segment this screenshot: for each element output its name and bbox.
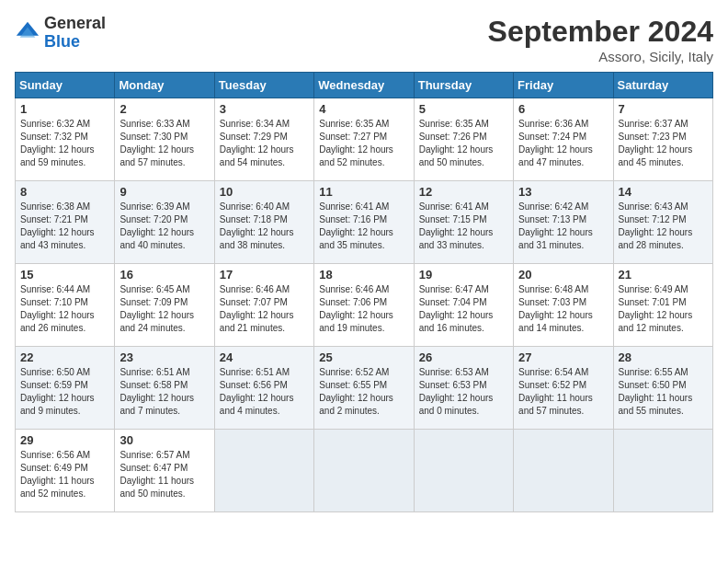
calendar-cell: 2 Sunrise: 6:33 AMSunset: 7:30 PMDayligh… [115, 98, 214, 181]
weekday-header-saturday: Saturday [613, 73, 712, 98]
day-number: 14 [619, 185, 708, 199]
calendar-cell: 30 Sunrise: 6:57 AMSunset: 6:47 PMDaylig… [115, 430, 214, 512]
calendar-cell: 4 Sunrise: 6:35 AMSunset: 7:27 PMDayligh… [314, 98, 414, 181]
day-info: Sunrise: 6:57 AMSunset: 6:47 PMDaylight:… [119, 450, 194, 499]
title-block: September 2024 Assoro, Sicily, Italy [488, 15, 713, 64]
calendar-cell: 1 Sunrise: 6:32 AMSunset: 7:32 PMDayligh… [16, 98, 115, 181]
day-info: Sunrise: 6:44 AMSunset: 7:10 PMDaylight:… [20, 284, 95, 333]
calendar-week-row: 22 Sunrise: 6:50 AMSunset: 6:59 PMDaylig… [16, 347, 713, 430]
calendar-cell: 16 Sunrise: 6:45 AMSunset: 7:09 PMDaylig… [115, 264, 214, 347]
logo-general: General [44, 14, 106, 32]
calendar-cell [414, 430, 513, 512]
day-number: 4 [319, 102, 408, 116]
day-number: 18 [319, 268, 408, 282]
calendar-cell: 3 Sunrise: 6:34 AMSunset: 7:29 PMDayligh… [214, 98, 313, 181]
day-number: 12 [419, 185, 508, 199]
day-number: 8 [20, 185, 109, 199]
calendar-cell [314, 430, 414, 512]
day-info: Sunrise: 6:35 AMSunset: 7:27 PMDaylight:… [319, 119, 393, 167]
calendar-cell: 26 Sunrise: 6:53 AMSunset: 6:53 PMDaylig… [414, 347, 513, 430]
calendar-week-row: 29 Sunrise: 6:56 AMSunset: 6:49 PMDaylig… [16, 430, 713, 512]
day-info: Sunrise: 6:52 AMSunset: 6:55 PMDaylight:… [319, 367, 393, 416]
weekday-header-thursday: Thursday [414, 73, 513, 98]
weekday-header-monday: Monday [115, 73, 214, 98]
calendar-cell: 22 Sunrise: 6:50 AMSunset: 6:59 PMDaylig… [16, 347, 115, 430]
calendar-week-row: 8 Sunrise: 6:38 AMSunset: 7:21 PMDayligh… [16, 181, 713, 264]
day-number: 5 [419, 102, 508, 116]
calendar-cell: 23 Sunrise: 6:51 AMSunset: 6:58 PMDaylig… [115, 347, 214, 430]
logo: General Blue [15, 15, 106, 52]
day-number: 19 [419, 268, 508, 282]
day-number: 26 [419, 350, 508, 364]
day-info: Sunrise: 6:49 AMSunset: 7:01 PMDaylight:… [619, 284, 693, 333]
calendar-cell: 19 Sunrise: 6:47 AMSunset: 7:04 PMDaylig… [414, 264, 513, 347]
page-header: General Blue September 2024 Assoro, Sici… [15, 15, 713, 64]
calendar-cell: 9 Sunrise: 6:39 AMSunset: 7:20 PMDayligh… [115, 181, 214, 264]
day-number: 11 [319, 185, 408, 199]
day-info: Sunrise: 6:50 AMSunset: 6:59 PMDaylight:… [20, 367, 95, 416]
day-number: 9 [119, 185, 209, 199]
day-number: 21 [619, 268, 708, 282]
day-number: 15 [20, 268, 109, 282]
day-number: 3 [220, 102, 309, 116]
day-info: Sunrise: 6:33 AMSunset: 7:30 PMDaylight:… [119, 119, 194, 167]
calendar-cell: 29 Sunrise: 6:56 AMSunset: 6:49 PMDaylig… [16, 430, 115, 512]
day-number: 2 [119, 102, 209, 116]
day-info: Sunrise: 6:39 AMSunset: 7:20 PMDaylight:… [119, 201, 194, 250]
day-info: Sunrise: 6:47 AMSunset: 7:04 PMDaylight:… [419, 284, 494, 333]
calendar-cell [214, 430, 313, 512]
day-number: 10 [220, 185, 309, 199]
day-info: Sunrise: 6:34 AMSunset: 7:29 PMDaylight:… [220, 119, 294, 167]
day-number: 28 [619, 350, 708, 364]
location-label: Assoro, Sicily, Italy [488, 49, 713, 64]
day-info: Sunrise: 6:46 AMSunset: 7:06 PMDaylight:… [319, 284, 393, 333]
calendar-cell: 10 Sunrise: 6:40 AMSunset: 7:18 PMDaylig… [214, 181, 313, 264]
day-info: Sunrise: 6:46 AMSunset: 7:07 PMDaylight:… [220, 284, 294, 333]
month-year-title: September 2024 [488, 15, 713, 49]
calendar-cell [514, 430, 613, 512]
calendar-cell: 11 Sunrise: 6:41 AMSunset: 7:16 PMDaylig… [314, 181, 414, 264]
day-number: 29 [20, 433, 109, 447]
day-info: Sunrise: 6:32 AMSunset: 7:32 PMDaylight:… [20, 119, 95, 167]
logo-blue: Blue [44, 32, 80, 51]
day-info: Sunrise: 6:54 AMSunset: 6:52 PMDaylight:… [518, 367, 593, 416]
calendar-cell [613, 430, 712, 512]
weekday-header-sunday: Sunday [16, 73, 115, 98]
day-number: 25 [319, 350, 408, 364]
day-number: 22 [20, 350, 109, 364]
calendar-cell: 7 Sunrise: 6:37 AMSunset: 7:23 PMDayligh… [613, 98, 712, 181]
calendar-cell: 18 Sunrise: 6:46 AMSunset: 7:06 PMDaylig… [314, 264, 414, 347]
calendar-cell: 21 Sunrise: 6:49 AMSunset: 7:01 PMDaylig… [613, 264, 712, 347]
calendar-cell: 8 Sunrise: 6:38 AMSunset: 7:21 PMDayligh… [16, 181, 115, 264]
calendar-cell: 28 Sunrise: 6:55 AMSunset: 6:50 PMDaylig… [613, 347, 712, 430]
calendar-week-row: 15 Sunrise: 6:44 AMSunset: 7:10 PMDaylig… [16, 264, 713, 347]
day-number: 17 [220, 268, 309, 282]
day-info: Sunrise: 6:38 AMSunset: 7:21 PMDaylight:… [20, 201, 95, 250]
day-info: Sunrise: 6:36 AMSunset: 7:24 PMDaylight:… [518, 119, 593, 167]
weekday-header-friday: Friday [514, 73, 613, 98]
day-info: Sunrise: 6:43 AMSunset: 7:12 PMDaylight:… [619, 201, 693, 250]
calendar-cell: 20 Sunrise: 6:48 AMSunset: 7:03 PMDaylig… [514, 264, 613, 347]
day-number: 1 [20, 102, 109, 116]
day-info: Sunrise: 6:42 AMSunset: 7:13 PMDaylight:… [518, 201, 593, 250]
day-info: Sunrise: 6:35 AMSunset: 7:26 PMDaylight:… [419, 119, 494, 167]
calendar-cell: 13 Sunrise: 6:42 AMSunset: 7:13 PMDaylig… [514, 181, 613, 264]
weekday-header-wednesday: Wednesday [314, 73, 414, 98]
day-number: 16 [119, 268, 209, 282]
day-info: Sunrise: 6:41 AMSunset: 7:16 PMDaylight:… [319, 201, 393, 250]
logo-icon [15, 20, 40, 46]
day-info: Sunrise: 6:41 AMSunset: 7:15 PMDaylight:… [419, 201, 494, 250]
day-number: 30 [119, 433, 209, 447]
weekday-header-row: SundayMondayTuesdayWednesdayThursdayFrid… [16, 73, 713, 98]
calendar-cell: 14 Sunrise: 6:43 AMSunset: 7:12 PMDaylig… [613, 181, 712, 264]
day-number: 27 [518, 350, 608, 364]
calendar-cell: 17 Sunrise: 6:46 AMSunset: 7:07 PMDaylig… [214, 264, 313, 347]
day-info: Sunrise: 6:37 AMSunset: 7:23 PMDaylight:… [619, 119, 693, 167]
calendar-table: SundayMondayTuesdayWednesdayThursdayFrid… [15, 72, 713, 512]
day-info: Sunrise: 6:48 AMSunset: 7:03 PMDaylight:… [518, 284, 593, 333]
calendar-cell: 6 Sunrise: 6:36 AMSunset: 7:24 PMDayligh… [514, 98, 613, 181]
calendar-cell: 25 Sunrise: 6:52 AMSunset: 6:55 PMDaylig… [314, 347, 414, 430]
day-number: 6 [518, 102, 608, 116]
calendar-week-row: 1 Sunrise: 6:32 AMSunset: 7:32 PMDayligh… [16, 98, 713, 181]
calendar-cell: 12 Sunrise: 6:41 AMSunset: 7:15 PMDaylig… [414, 181, 513, 264]
